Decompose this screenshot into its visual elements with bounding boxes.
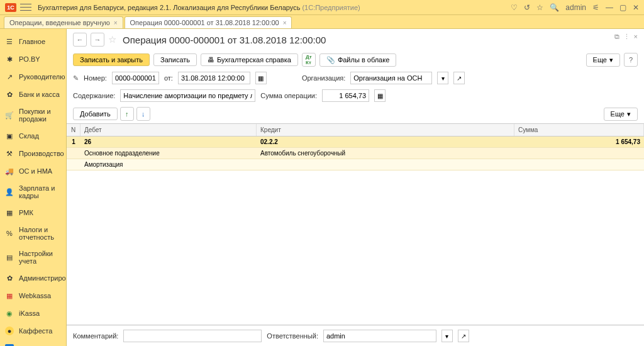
sidebar-icon: ☰ <box>5 37 14 46</box>
bell-icon[interactable]: ♡ <box>511 3 518 12</box>
sidebar-icon: 🛒 <box>5 111 14 120</box>
sidebar-item[interactable]: ◉iKassa <box>0 304 66 322</box>
link-icon[interactable]: ⧉ <box>614 33 619 41</box>
open-resp-button[interactable]: ↗ <box>458 330 469 342</box>
date-input[interactable] <box>178 72 250 84</box>
sidebar-item[interactable]: ●Каффеста <box>0 322 66 340</box>
sidebar-label: Банк и касса <box>19 91 60 98</box>
col-credit[interactable]: Кредит <box>257 124 514 136</box>
logo-1c: 1C <box>5 3 16 12</box>
sidebar-icon: ● <box>5 326 14 335</box>
maximize-icon[interactable]: ▢ <box>619 3 626 12</box>
sidebar-item[interactable]: ✱PO.BY <box>0 50 66 68</box>
org-input[interactable] <box>350 72 432 84</box>
resp-input[interactable] <box>323 330 436 342</box>
sidebar-label: ОС и НМА <box>19 167 52 175</box>
sidebar-icon: 👤 <box>5 187 14 196</box>
grid-header: N Дебет Кредит Сумма <box>67 124 644 137</box>
sidebar-item[interactable]: ☰Главное <box>0 33 66 50</box>
descr-label: Содержание: <box>73 92 115 99</box>
comment-label: Комментарий: <box>73 332 118 340</box>
cell-k <box>257 159 514 170</box>
search-icon[interactable]: 🔍 <box>550 3 559 12</box>
calendar-icon[interactable]: ▦ <box>255 72 267 84</box>
chevron-down-icon: ▾ <box>609 56 613 64</box>
move-up-button[interactable]: ↑ <box>120 107 134 121</box>
sidebar-label: iKassa <box>19 310 40 317</box>
descr-input[interactable] <box>120 89 255 102</box>
sidebar-item[interactable]: ▣Склад <box>0 127 66 145</box>
sidebar-icon: ✿ <box>5 274 14 282</box>
save-close-button[interactable]: Записать и закрыть <box>73 53 150 66</box>
menu-icon[interactable]: ⋮ <box>623 33 630 41</box>
select-resp-button[interactable]: ▾ <box>441 330 453 342</box>
col-debit[interactable]: Дебет <box>80 124 257 136</box>
history-icon[interactable]: ↺ <box>524 3 530 12</box>
add-row-button[interactable]: Добавить <box>73 108 118 120</box>
files-button[interactable]: 📎 Файлы в облаке <box>319 53 396 67</box>
number-input[interactable] <box>112 72 159 84</box>
tab-operation-doc[interactable]: Операция 0000-000001 от 31.08.2018 12:00… <box>125 16 292 28</box>
tab-operations-list[interactable]: Операции, введенные вручную× <box>4 16 123 28</box>
col-n[interactable]: N <box>67 124 80 136</box>
sidebar-label: Налоги и отчетность <box>19 226 61 241</box>
sidebar-item[interactable]: ozOZON <box>0 340 66 346</box>
minimize-icon[interactable]: — <box>606 3 613 12</box>
sidebar-item[interactable]: 🛒Покупки и продажи <box>0 103 66 127</box>
dt-kt-button[interactable]: ДтКт <box>302 53 316 67</box>
sidebar-item[interactable]: ▦Webkassa <box>0 287 66 304</box>
content: ← → ☆ Операция 0000-000001 от 31.08.2018… <box>67 29 644 346</box>
sidebar-label: PO.BY <box>19 55 40 63</box>
chevron-down-icon: ▾ <box>627 110 631 118</box>
comment-input[interactable] <box>123 330 262 342</box>
table-row[interactable]: Основное подразделениеАвтомобиль снегоуб… <box>67 148 644 159</box>
forward-button[interactable]: → <box>91 33 104 47</box>
footer: Комментарий: Ответственный: ▾ ↗ <box>67 325 644 346</box>
options-icon[interactable]: ⚟ <box>592 3 599 12</box>
user-label[interactable]: admin <box>565 3 586 12</box>
col-sum[interactable]: Сумма <box>514 124 644 136</box>
favorite-icon[interactable]: ☆ <box>108 34 116 45</box>
sidebar-icon: % <box>5 229 14 238</box>
sidebar-icon: ⚒ <box>5 149 14 158</box>
select-org-button[interactable]: ▾ <box>437 72 448 84</box>
sidebar-item[interactable]: ▤Настройки учета <box>0 245 66 269</box>
sidebar-icon: 🚚 <box>5 167 14 176</box>
save-button[interactable]: Записать <box>153 53 197 66</box>
open-org-button[interactable]: ↗ <box>453 72 465 84</box>
sidebar-item[interactable]: ✿Администрирование <box>0 269 66 287</box>
table-row[interactable]: Амортизация <box>67 159 644 170</box>
hamburger-icon[interactable] <box>20 3 31 12</box>
grid-more-button[interactable]: Еще ▾ <box>604 108 638 121</box>
sidebar-icon: ▣ <box>5 131 14 140</box>
cell-d: Основное подразделение <box>80 148 257 159</box>
sidebar-item[interactable]: 👤Зарплата и кадры <box>0 180 66 204</box>
tabbar: Операции, введенные вручную× Операция 00… <box>0 15 644 29</box>
cell-d: 26 <box>80 137 257 147</box>
close-tab-icon[interactable]: × <box>114 20 118 26</box>
org-label: Организация: <box>302 74 345 82</box>
sidebar-item[interactable]: 🚚ОС и НМА <box>0 162 66 180</box>
close-doc-icon[interactable]: × <box>634 33 638 41</box>
sidebar-icon: ↗ <box>5 72 14 81</box>
sidebar-item[interactable]: ✿Банк и касса <box>0 86 66 103</box>
star-icon[interactable]: ☆ <box>536 3 543 12</box>
calc-icon[interactable]: ▦ <box>374 89 386 102</box>
sidebar-label: Производство <box>19 150 64 157</box>
sidebar-item[interactable]: %Налоги и отчетность <box>0 221 66 245</box>
sidebar-label: Склад <box>19 132 39 140</box>
sidebar-item[interactable]: ↗Руководителю <box>0 68 66 86</box>
sidebar-item[interactable]: ⚒Производство <box>0 145 66 162</box>
doc-title: Операция 0000-000001 от 31.08.2018 12:00… <box>123 35 326 45</box>
back-button[interactable]: ← <box>73 33 87 47</box>
move-down-button[interactable]: ↓ <box>136 107 150 121</box>
more-button[interactable]: Еще ▾ <box>586 53 620 67</box>
close-tab-icon[interactable]: × <box>283 20 287 26</box>
cell-n <box>67 148 80 159</box>
sum-input[interactable] <box>322 89 369 102</box>
help-button[interactable]: ? <box>624 53 638 67</box>
table-row[interactable]: 12602.2.21 654,73 <box>67 137 644 148</box>
sidebar-item[interactable]: ▦РМК <box>0 204 66 221</box>
close-icon[interactable]: ✕ <box>633 3 639 12</box>
accounting-ref-button[interactable]: 🖶 Бухгалтерская справка <box>201 53 298 66</box>
